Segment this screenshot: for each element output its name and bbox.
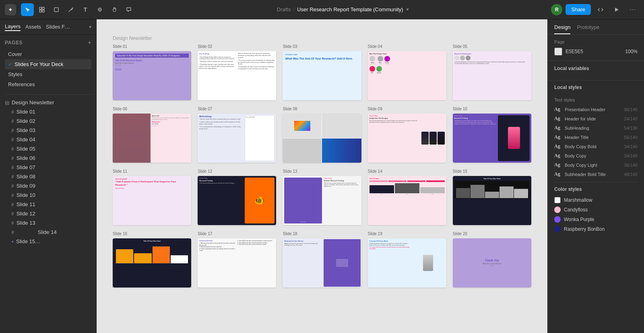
slide-02-thumb[interactable]: Key Findings • Key Findings should make … — [198, 51, 276, 100]
slide-05-thumb[interactable]: Research Participants Criteria for parti… — [453, 51, 531, 100]
color-style-raspberry-bonbon[interactable]: Raspberry BonBon — [554, 224, 638, 234]
toolbar-right: R Share ⋯ — [551, 3, 639, 16]
title-dropdown-icon[interactable]: ▼ — [406, 7, 410, 12]
hand-tool[interactable] — [108, 3, 121, 16]
code-view-button[interactable] — [594, 3, 607, 16]
page-item-cover[interactable]: Cover — [5, 49, 91, 59]
layer-slide-12[interactable]: # Slide 12 — [0, 209, 96, 218]
slide-19-thumb[interactable]: Concept Of Future Work Include each bull… — [368, 238, 446, 287]
color-style-candyfloss[interactable]: Candyfloss — [554, 205, 638, 215]
tab-design[interactable]: Design — [554, 24, 570, 34]
tab-layers[interactable]: Layers — [5, 23, 21, 31]
page-item-references[interactable]: References — [5, 79, 91, 89]
page-color-row: E5E5E5 100% — [554, 48, 638, 56]
figma-logo[interactable]: ✦ — [5, 4, 16, 15]
text-style-body-copy-count: 34/140 — [624, 153, 638, 158]
slide-11-label: Slide 11 — [113, 169, 191, 174]
text-style-pres-header[interactable]: Ag Presentation Header 96/140 — [554, 105, 638, 114]
layer-slide-03[interactable]: # Slide 03 — [0, 126, 96, 135]
page-color-opacity[interactable]: 100% — [625, 49, 638, 54]
pen-tool[interactable] — [64, 3, 77, 16]
text-style-subheading[interactable]: Ag SubHeading 54/130 — [554, 123, 638, 132]
add-page-button[interactable]: + — [88, 39, 91, 46]
slide-04-thumb[interactable]: Meet The Project Team Annie Research Lea… — [368, 51, 446, 100]
layer-slide-08[interactable]: # Slide 08 — [0, 172, 96, 181]
layer-slide-09[interactable]: # Slide 09 — [0, 181, 96, 190]
slide-08-thumb[interactable] — [283, 114, 361, 163]
tab-assets[interactable]: Assets — [25, 23, 41, 31]
slide-15-label: Slide 15 — [453, 169, 531, 174]
layer-slide-13[interactable]: # Slide 13 — [0, 218, 96, 228]
slide-12-label: Slide 12 — [198, 169, 276, 174]
canvas-area[interactable]: Design Newsletter Slide 01 Subscribe To … — [97, 19, 547, 333]
layer-slide-04[interactable]: # Slide 04 — [0, 135, 96, 144]
overflow-menu[interactable]: ⋯ — [626, 3, 639, 16]
slide-03-thumb[interactable]: RESEARCH AIM What Was The Aim Of Your Re… — [283, 51, 361, 100]
layer-slide-10-label: Slide 10 — [17, 192, 35, 198]
slide-17-thumb[interactable]: Unanswered Questions 1. What weren't you… — [198, 238, 276, 287]
local-styles-title: Local styles — [554, 85, 638, 90]
toolbar: ✦ T Drafts — [0, 0, 644, 19]
slide-01-thumb[interactable]: Subscribe To My Free Design Newsletter R… — [113, 51, 191, 100]
slide-16-thumb[interactable]: Title Of Your Bar Chart — [113, 238, 191, 287]
page-color-hex[interactable]: E5E5E5 — [566, 49, 622, 54]
text-style-subheader-bold[interactable]: Ag Subheader Bold Title 48/140 — [554, 170, 638, 179]
layer-slide-more[interactable]: ● Slide 15… — [0, 237, 96, 246]
slide-item-07: Slide 07 Methodology • Was the study onl… — [198, 107, 276, 163]
slide-12-thumb[interactable]: Design Finding Research Finding • Talk a… — [198, 176, 276, 225]
present-button[interactable] — [610, 3, 623, 16]
text-style-pres-header-count: 96/140 — [624, 107, 638, 112]
tab-prototype[interactable]: Prototype — [577, 24, 599, 34]
layer-slide-05[interactable]: # Slide 05 — [0, 144, 96, 153]
layer-frame-icon-04: # — [11, 137, 14, 143]
layer-slide-14[interactable]: # Slide 13 Slide 14 — [0, 228, 96, 237]
layer-slide-06-label: Slide 06 — [17, 155, 35, 161]
layer-slide-06[interactable]: # Slide 06 — [0, 153, 96, 163]
text-style-header-slide[interactable]: Ag Header for slide 24/140 — [554, 114, 638, 123]
text-style-body-copy[interactable]: Ag Body Copy 34/140 — [554, 151, 638, 160]
slide-11-thumb[interactable]: TITLE OF QUOTE "Add A Quote From A Parti… — [113, 176, 191, 225]
slide-15-thumb[interactable]: Title Of Your Bar Chart — [453, 176, 531, 225]
layer-frame-icon-05: # — [11, 146, 14, 152]
user-avatar[interactable]: R — [551, 4, 562, 15]
page-item-slides-deck[interactable]: ✓ Slides For Your Deck — [5, 59, 91, 69]
page-slides-label: Slides For Your Deck — [14, 61, 63, 67]
canvas-label: Design Newsletter — [113, 35, 531, 41]
page-color-swatch[interactable] — [554, 48, 562, 56]
components-tool[interactable] — [93, 3, 106, 16]
slide-09-thumb[interactable]: Design Finding Insight Into The Designs … — [368, 114, 446, 163]
text-style-body-bold[interactable]: Ag Body Copy Bold 34/140 — [554, 142, 638, 151]
comment-tool[interactable] — [122, 3, 135, 16]
layer-slide-04-label: Slide 04 — [17, 137, 35, 143]
tab-slides[interactable]: Slides F… — [46, 23, 70, 31]
layer-design-newsletter[interactable]: ▤ Design Newsletter — [0, 98, 96, 107]
layer-slide-10[interactable]: # Slide 10 — [0, 190, 96, 200]
slide-07-thumb[interactable]: Methodology • Was the study only did the… — [198, 114, 276, 163]
slide-20-label: Slide 20 — [453, 232, 531, 236]
slide-14-thumb[interactable]: Title Of Slide Item — [368, 176, 446, 225]
layer-slide-02[interactable]: # Slide 02 — [0, 116, 96, 126]
shape-tool[interactable] — [50, 3, 63, 16]
layer-slide-07[interactable]: # Slide 07 — [0, 163, 96, 172]
slide-13-thumb[interactable]: Street photo Design Finding Another Rese… — [283, 176, 361, 225]
color-style-marshmallow[interactable]: Marshmallow — [554, 195, 638, 205]
move-tool[interactable] — [21, 3, 34, 16]
slide-06-thumb[interactable]: Quote here "knowing my route, the day an… — [113, 114, 191, 163]
layer-frame-icon-03: # — [11, 128, 14, 133]
slide-20-thumb[interactable]: Thank You Made By Furquam Ahmad please♥ — [453, 238, 531, 287]
layer-slide-01[interactable]: # Slide 01 — [0, 107, 96, 116]
frame-tool[interactable] — [35, 3, 48, 16]
share-button[interactable]: Share — [566, 4, 591, 15]
text-tool[interactable]: T — [79, 3, 92, 16]
slide-10-thumb[interactable]: Design Finding Research Finding Highligh… — [453, 114, 531, 163]
slide-18-thumb[interactable]: Working On User Stories Add the next ste… — [283, 238, 361, 287]
page-item-styles[interactable]: Styles — [5, 69, 91, 79]
text-style-body-light[interactable]: Ag Body Copy Light 36/140 — [554, 160, 638, 170]
slide-item-04: Slide 04 Meet The Project Team Annie Res… — [368, 44, 446, 100]
text-style-header-title[interactable]: Ag Header Title 56/140 — [554, 132, 638, 142]
panel-collapse-icon[interactable]: ▾ — [89, 24, 91, 30]
marshmallow-swatch — [554, 197, 561, 203]
layer-slide-11[interactable]: # Slide 11 — [0, 200, 96, 209]
document-title[interactable]: User Research Report Template (Community… — [297, 6, 403, 12]
color-style-wonka-purple[interactable]: Wonka Purple — [554, 215, 638, 224]
